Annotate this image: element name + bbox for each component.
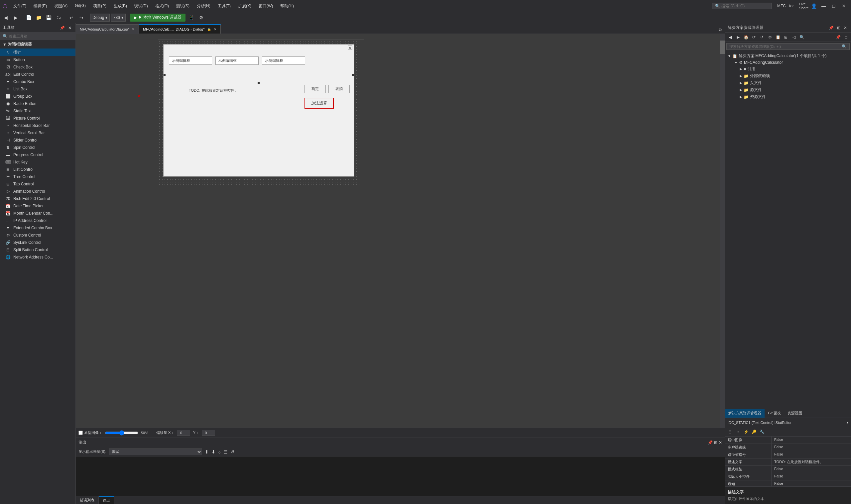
- se-close-btn[interactable]: ✕: [843, 25, 848, 30]
- toolbox-item-treectrl[interactable]: ⊢Tree Control: [0, 173, 75, 180]
- props-row[interactable]: 描述文字TODO: 在此放置对话框控件。: [725, 458, 851, 466]
- menu-tools[interactable]: 工具(T): [214, 2, 234, 10]
- maximize-btn[interactable]: □: [829, 1, 838, 11]
- se-forward-btn[interactable]: ▶: [734, 34, 742, 41]
- original-image-checkbox[interactable]: [78, 431, 83, 435]
- menu-view[interactable]: 视图(V): [51, 2, 71, 10]
- se-pending-btn[interactable]: ◁: [790, 34, 797, 41]
- toolbox-item-ipaddress[interactable]: :::IP Address Control: [0, 217, 75, 224]
- menu-test[interactable]: 测试(S): [173, 2, 193, 10]
- props-wrench-btn[interactable]: 🔧: [758, 428, 766, 435]
- output-close-btn[interactable]: ✕: [719, 440, 722, 445]
- toolbox-item-monthcal[interactable]: 📆Month Calendar Con...: [0, 210, 75, 217]
- se-filter-btn[interactable]: ⊞: [782, 34, 790, 41]
- person-icon[interactable]: 👤: [809, 1, 818, 11]
- se-back-btn[interactable]: ◀: [726, 34, 734, 41]
- transparency-slider[interactable]: [105, 430, 138, 435]
- dialog-close-btn[interactable]: ✕: [348, 46, 352, 50]
- project-node[interactable]: ▼ ⚙ MFCAddingCalculator: [725, 59, 851, 66]
- solution-search-bar[interactable]: 🔍: [726, 43, 850, 50]
- editor-vscroll[interactable]: [720, 34, 725, 428]
- props-row[interactable]: 居中图像False: [725, 436, 851, 444]
- toolbox-item-splitbtn[interactable]: ⊟Split Button Control: [0, 246, 75, 253]
- props-sort-btn[interactable]: ↕: [734, 428, 742, 435]
- tree-item-headers[interactable]: ▶ 📁 头文件: [725, 79, 851, 86]
- menu-help[interactable]: 帮助(H): [277, 2, 297, 10]
- handle-bottom[interactable]: [258, 82, 260, 84]
- props-row[interactable]: 模式框架False: [725, 466, 851, 473]
- toolbox-item-custom[interactable]: ⚙Custom Control: [0, 232, 75, 239]
- run-button[interactable]: ▶ ▶ 本地 Windows 调试器: [130, 14, 186, 22]
- open-btn[interactable]: 📁: [34, 13, 43, 22]
- toolbox-item-extcombo[interactable]: ▾Extended Combo Box: [0, 224, 75, 232]
- toolbox-item-slider[interactable]: ⊣Slider Control: [0, 137, 75, 144]
- vscroll-thumb[interactable]: [720, 40, 725, 54]
- tab-dialog[interactable]: MFCAddingCalc...._DIALOG - Dialog* 🔒 ✕: [139, 24, 221, 34]
- toolbox-item-syslink[interactable]: 🔗SysLink Control: [0, 239, 75, 246]
- props-event-btn[interactable]: ⚡: [742, 428, 750, 435]
- se-float-btn[interactable]: ⊞: [836, 25, 842, 30]
- toolbox-item-hotkey[interactable]: ⌨Hot Key: [0, 159, 75, 166]
- toolbox-item-picture[interactable]: 🖼Picture Control: [0, 114, 75, 122]
- toolbox-item-spin[interactable]: ⇅Spin Control: [0, 144, 75, 151]
- dialog-window[interactable]: ✕ 示例编辑框 示例编辑框 示例编辑框: [163, 44, 354, 177]
- solution-search-input[interactable]: [729, 44, 840, 49]
- se-copy-btn[interactable]: 📋: [774, 34, 781, 41]
- close-toolbox-btn[interactable]: ✕: [67, 25, 73, 30]
- menu-window[interactable]: 窗口(W): [255, 2, 276, 10]
- handle-right[interactable]: [352, 74, 354, 76]
- edit-field-3[interactable]: 示例编辑框: [262, 56, 305, 65]
- menu-build[interactable]: 生成(B): [110, 2, 130, 10]
- save-all-btn[interactable]: 🗂: [54, 13, 63, 22]
- global-search[interactable]: 🔍: [712, 3, 772, 9]
- global-search-input[interactable]: [721, 4, 761, 8]
- toolbox-search-input[interactable]: [9, 34, 59, 38]
- output-source-select[interactable]: 调试: [109, 449, 202, 455]
- explorer-tab-resource[interactable]: 资源视图: [784, 409, 805, 418]
- toolbox-section-header[interactable]: ▼ 对话框编辑器: [0, 40, 75, 49]
- back-btn[interactable]: ◀: [1, 13, 10, 22]
- se-refresh-btn[interactable]: ↺: [758, 34, 766, 41]
- tree-item-sources[interactable]: ▶ 📁 源文件: [725, 86, 851, 93]
- attach-btn[interactable]: ⚙: [197, 13, 206, 22]
- toolbox-item-vscroll[interactable]: ↕Vertical Scroll Bar: [0, 129, 75, 137]
- toolbox-item-tabctrl[interactable]: ⊟Tab Control: [0, 180, 75, 188]
- tab-cpp[interactable]: MFCAddingCalculatorDlg.cpp* ✕: [76, 24, 139, 34]
- menu-edit[interactable]: 编辑(E): [30, 2, 50, 10]
- solution-root[interactable]: ▼ 📋 解决方案'MFCAddingCalculator'(1 个项目/共 1 …: [725, 53, 851, 59]
- save-btn[interactable]: 💾: [44, 13, 53, 22]
- se-search-btn[interactable]: 🔍: [798, 34, 805, 41]
- forward-btn[interactable]: ▶: [11, 13, 20, 22]
- output-btn2[interactable]: ⬇: [211, 449, 215, 454]
- tab-output[interactable]: 输出: [99, 497, 114, 504]
- tab-settings-btn[interactable]: ⚙: [716, 26, 725, 34]
- toolbox-item-combo[interactable]: ▾Combo Box: [0, 78, 75, 85]
- toolbox-item-listctrl[interactable]: ⊞List Control: [0, 166, 75, 173]
- close-tab-cpp[interactable]: ✕: [132, 27, 135, 31]
- toolbox-item-datetimepicker[interactable]: 📅Date Time Picker: [0, 202, 75, 210]
- toolbox-item-groupbox[interactable]: ⬜Group Box: [0, 93, 75, 100]
- undo-btn[interactable]: ↩: [67, 13, 76, 22]
- menu-file[interactable]: 文件(F): [10, 2, 30, 10]
- menu-debug[interactable]: 调试(D): [131, 2, 151, 10]
- props-row[interactable]: 路径省略号False: [725, 451, 851, 458]
- toolbox-item-richedit[interactable]: 20Rich Edit 2.0 Control: [0, 195, 75, 202]
- debug-config-dropdown[interactable]: Debug ▾: [90, 14, 110, 22]
- se-home-btn[interactable]: 🏠: [742, 34, 750, 41]
- props-row[interactable]: 实际大小控件False: [725, 473, 851, 481]
- menu-format[interactable]: 格式(O): [152, 2, 172, 10]
- se-pin-btn[interactable]: 📌: [828, 25, 835, 30]
- handle-left[interactable]: [163, 74, 165, 76]
- toolbox-item-progress[interactable]: ▬Progress Control: [0, 151, 75, 159]
- output-wrap-btn[interactable]: ↺: [230, 449, 234, 454]
- toolbox-search-bar[interactable]: 🔍: [0, 33, 75, 40]
- close-tab-dialog[interactable]: ✕: [214, 28, 216, 31]
- se-pin-btn2[interactable]: 📌: [834, 34, 842, 41]
- toolbox-item-hscroll[interactable]: ↔Horizontal Scroll Bar: [0, 122, 75, 129]
- platform-dropdown[interactable]: x86 ▾: [111, 14, 125, 22]
- props-lightning-btn[interactable]: 🔑: [750, 428, 758, 435]
- tree-item-resources[interactable]: ▶ 📁 资源文件: [725, 93, 851, 100]
- explorer-tab-solution[interactable]: 解决方案资源管理器: [725, 409, 765, 418]
- output-float-btn[interactable]: ⊞: [714, 440, 717, 445]
- toolbox-item-pointer[interactable]: ↖指针: [0, 49, 75, 56]
